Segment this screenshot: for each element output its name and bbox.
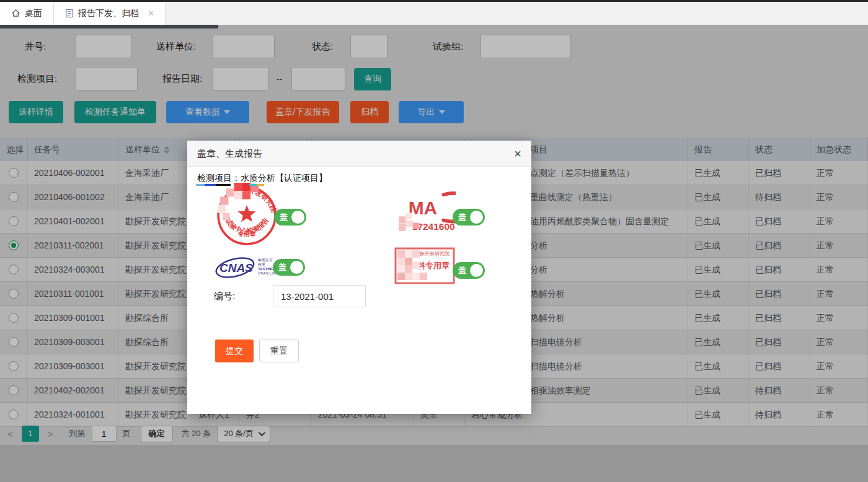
tab-label: 桌面 <box>25 8 42 19</box>
modal-close-icon[interactable]: × <box>514 146 521 161</box>
stamp-toggle-cma[interactable]: 盖 <box>453 209 485 226</box>
reset-button[interactable]: 重置 <box>259 340 299 362</box>
modal-title: 盖章、生成报告 <box>197 141 262 167</box>
tab-bar: 桌面 报告下发、归档 × <box>0 2 868 25</box>
censor-mosaic <box>218 183 259 220</box>
toggle-knob <box>290 261 303 274</box>
stamp-toggle-cnas[interactable]: 盖 <box>273 259 305 276</box>
toggle-knob <box>470 264 483 277</box>
svg-text:专用章: 专用章 <box>237 230 255 237</box>
stamp-toggle-rect[interactable]: 盖 <box>453 262 485 279</box>
tab-close-icon[interactable]: × <box>148 8 154 19</box>
cma-stamp: MA 17241600 <box>397 191 456 232</box>
svg-text:CNAS: CNAS <box>219 261 253 274</box>
tab-desktop[interactable]: 桌面 <box>0 2 54 25</box>
modal-project-value: 水质分析【认证项目】 <box>241 173 327 183</box>
toggle-knob <box>470 211 483 224</box>
modal-project-label: 检测项目： <box>197 173 241 183</box>
toggle-knob <box>291 211 304 224</box>
home-icon <box>11 9 20 18</box>
svg-text:料专用章: 料专用章 <box>417 261 450 270</box>
rect-seal-stamp: 勘探开发研究院 料专用章 <box>394 247 456 285</box>
document-icon <box>65 9 74 18</box>
number-label: 编号: <box>214 291 235 302</box>
svg-text:中国认可: 中国认可 <box>258 258 273 263</box>
svg-text:MA: MA <box>409 198 438 218</box>
tab-report-archive[interactable]: 报告下发、归档 × <box>54 2 166 25</box>
underline-mark <box>249 184 257 186</box>
tab-label: 报告下发、归档 <box>78 8 139 19</box>
stamp-toggle-round[interactable]: 盖 <box>274 209 306 226</box>
round-seal-stamp: 试验中心检测报告 专用章 开发研究院 <box>215 183 278 246</box>
submit-button[interactable]: 提交 <box>215 340 254 362</box>
svg-text:勘探开发研究院: 勘探开发研究院 <box>415 251 450 256</box>
report-number-input[interactable] <box>273 285 366 307</box>
svg-text:检测: 检测 <box>258 262 265 266</box>
app-screen: 桌面 报告下发、归档 × 井号: 送样单位: 状态: 试验组: 检测项目: 报告… <box>0 0 868 482</box>
svg-text:TESTING: TESTING <box>258 267 274 271</box>
underline-mark <box>205 184 216 186</box>
stamp-report-modal: 盖章、生成报告 × 检测项目：水质分析【认证项目】 试验中心检测报告 专用章 开… <box>187 141 531 414</box>
underline-mark <box>257 184 264 186</box>
underline-mark <box>216 184 231 186</box>
underline-mark <box>196 184 205 186</box>
